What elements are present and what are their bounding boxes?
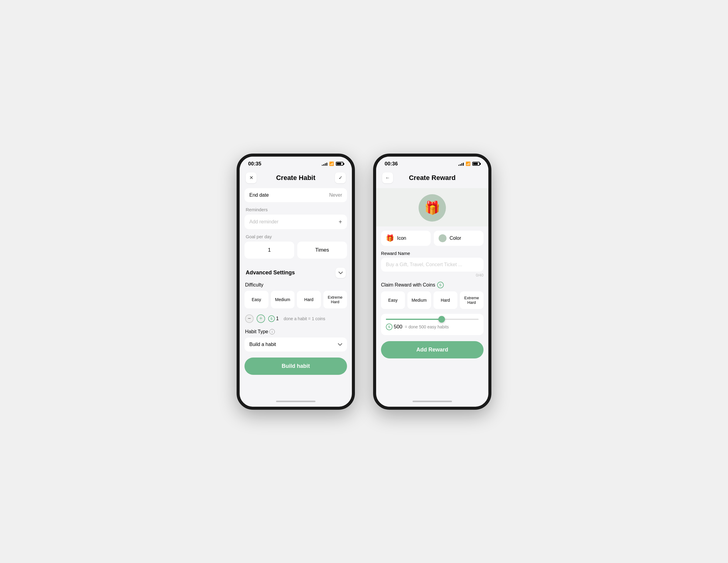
status-time-1: 00:35: [248, 161, 261, 167]
color-selector-label: Color: [450, 235, 461, 241]
wifi-icon-2: 📶: [466, 161, 470, 166]
slider-track[interactable]: [386, 319, 479, 320]
goal-row: 1 Times: [244, 241, 347, 258]
page-title-2: Create Reward: [409, 174, 456, 182]
icon-selector-emoji: 🎁: [386, 234, 394, 242]
slider-thumb[interactable]: [438, 316, 445, 323]
reward-diff-extreme[interactable]: Extreme Hard: [460, 292, 484, 309]
reward-icon-circle[interactable]: 🎁: [419, 194, 446, 221]
habit-type-chevron-icon: [338, 343, 342, 346]
icon-color-selector-row: 🎁 Icon Color: [381, 231, 484, 246]
end-date-value: Never: [329, 192, 342, 198]
slider-coin-icon: S: [386, 324, 393, 330]
reward-name-input[interactable]: Buy a Gift, Travel, Concert Ticket ...: [381, 258, 484, 271]
add-reminder-row[interactable]: Add reminder +: [244, 214, 347, 229]
habit-type-value: Build a habit: [249, 342, 276, 347]
chevron-down-icon: [339, 271, 343, 274]
home-indicator-1: [240, 396, 352, 407]
phone-1-content: End date Never Reminders Add reminder + …: [240, 188, 352, 396]
phone-1-inner: 00:35 📶 ✕ Create Habit: [240, 157, 352, 407]
home-indicator-2: [376, 396, 488, 407]
signal-icon-2: [458, 162, 464, 166]
coin-badge: S 1: [268, 315, 279, 322]
battery-icon-2: [472, 162, 480, 166]
goal-unit: Times: [315, 247, 329, 253]
phone-2-content: 🎁 🎁 Icon Color Reward Name: [376, 188, 488, 396]
add-reminder-plus-icon: +: [339, 219, 342, 225]
diff-easy[interactable]: Easy: [244, 291, 268, 309]
color-circle: [439, 234, 447, 242]
status-bar-1: 00:35 📶: [240, 157, 352, 169]
difficulty-label: Difficulty: [244, 282, 347, 288]
add-reward-button[interactable]: Add Reward: [381, 341, 484, 359]
difficulty-options: Easy Medium Hard Extreme Hard: [244, 291, 347, 309]
add-reward-label: Add Reward: [416, 347, 448, 353]
reward-name-placeholder: Buy a Gift, Travel, Concert Ticket ...: [386, 262, 462, 267]
claim-label: Claim Reward with Coins: [381, 282, 435, 288]
claim-label-row: Claim Reward with Coins S: [381, 282, 484, 288]
coin-description: done a habit = 1 coins: [284, 316, 325, 321]
slider-info-row: S 500 = done 500 easy habits: [386, 324, 479, 330]
reward-diff-hard[interactable]: Hard: [433, 292, 457, 309]
coin-icon: S: [268, 315, 275, 322]
reward-diff-medium[interactable]: Medium: [407, 292, 431, 309]
slider-area: S 500 = done 500 easy habits: [381, 314, 484, 335]
check-button[interactable]: ✓: [335, 172, 346, 183]
wifi-icon-1: 📶: [329, 161, 334, 166]
advanced-settings-title: Advanced Settings: [246, 269, 295, 276]
habit-type-row[interactable]: Build a habit: [244, 338, 347, 352]
coin-plus-button[interactable]: +: [257, 315, 265, 323]
status-icons-2: 📶: [458, 161, 480, 166]
slider-coin-badge: S 500: [386, 324, 402, 330]
color-selector-button[interactable]: Color: [434, 231, 484, 246]
slider-coin-value: 500: [394, 324, 402, 330]
coins-row: − + S 1 done a habit = 1 coins: [244, 313, 347, 324]
battery-icon-1: [336, 162, 343, 166]
difficulty-section: Difficulty Easy Medium Hard Extreme Hard: [244, 282, 347, 309]
status-icons-1: 📶: [322, 161, 343, 166]
slider-description: = done 500 easy habits: [405, 325, 449, 329]
build-habit-label: Build habit: [282, 363, 310, 369]
reward-icon-area: 🎁: [376, 188, 488, 226]
goal-value-box[interactable]: 1: [244, 241, 294, 258]
end-date-row[interactable]: End date Never: [244, 188, 347, 202]
build-habit-button[interactable]: Build habit: [244, 358, 347, 375]
reminders-section: Reminders Add reminder +: [244, 207, 347, 229]
icon-selector-label: Icon: [397, 235, 406, 241]
phones-container: 00:35 📶 ✕ Create Habit: [237, 153, 491, 410]
habit-type-section: Habit Type i Build a habit: [244, 329, 347, 352]
coin-value: 1: [276, 316, 279, 322]
reward-name-label: Reward Name: [381, 251, 484, 256]
reward-difficulty-options: Easy Medium Hard Extreme Hard: [381, 292, 484, 309]
reward-name-char-count: 0/40: [381, 273, 484, 277]
nav-header-1: ✕ Create Habit ✓: [240, 169, 352, 188]
habit-type-label: Habit Type: [244, 329, 268, 335]
advanced-settings-header: Advanced Settings: [244, 263, 347, 282]
signal-icon-1: [322, 162, 327, 166]
status-time-2: 00:36: [385, 161, 398, 167]
phone-2: 00:36 📶 ← Create Reward: [373, 153, 491, 410]
page-title-1: Create Habit: [276, 174, 315, 182]
reward-emoji: 🎁: [424, 200, 440, 215]
diff-hard[interactable]: Hard: [297, 291, 321, 309]
goal-label: Goal per day: [244, 234, 347, 239]
diff-medium[interactable]: Medium: [271, 291, 295, 309]
diff-extreme[interactable]: Extreme Hard: [323, 291, 347, 309]
advanced-settings-toggle[interactable]: [335, 268, 346, 278]
add-reminder-placeholder: Add reminder: [249, 219, 278, 224]
goal-value: 1: [268, 247, 271, 253]
coin-minus-button[interactable]: −: [245, 315, 254, 323]
goal-unit-box[interactable]: Times: [297, 241, 347, 258]
back-button[interactable]: ←: [382, 172, 393, 183]
goal-section: Goal per day 1 Times: [244, 234, 347, 258]
reminders-label: Reminders: [244, 207, 347, 212]
status-bar-2: 00:36 📶: [376, 157, 488, 169]
phone-1: 00:35 📶 ✕ Create Habit: [237, 153, 355, 410]
icon-selector-button[interactable]: 🎁 Icon: [381, 231, 431, 246]
phone-2-inner: 00:36 📶 ← Create Reward: [376, 157, 488, 407]
habit-type-info-icon: i: [269, 329, 275, 335]
reward-diff-easy[interactable]: Easy: [381, 292, 405, 309]
end-date-label: End date: [249, 192, 269, 198]
close-button[interactable]: ✕: [246, 172, 257, 183]
claim-coin-icon: S: [437, 282, 444, 288]
